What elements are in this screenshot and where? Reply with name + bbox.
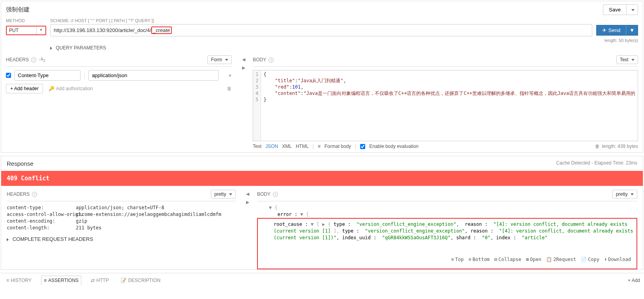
body-length: length: 439 bytes <box>602 144 638 149</box>
url-input[interactable]: http://139.196.183.130:9200/article/_doc… <box>50 24 592 36</box>
body-text-opt[interactable]: Text <box>253 144 261 149</box>
resp-headers-list: content-type:application/json; charset=U… <box>7 204 236 231</box>
method-label: METHOD <box>6 18 50 23</box>
key-icon: 🔑 <box>49 86 54 91</box>
query-params-toggle[interactable]: QUERY PARAMETERS <box>50 45 638 51</box>
add-authorization-link[interactable]: 🔑 Add authorization <box>49 86 93 91</box>
request-panel: 强制创建 Save METHOD SCHEME :// HOST [ ":" P… <box>1 1 643 153</box>
caret-right-icon <box>7 238 9 241</box>
collapse-left-icon[interactable]: ◀ <box>242 57 245 62</box>
bottom-tabs: ≡ HISTORY ≡ ASSERTIONS ⇄ HTTP 📝 DESCRIPT… <box>0 273 644 288</box>
resp-body-mode[interactable]: pretty <box>612 190 637 199</box>
headers-form-mode[interactable]: Form <box>207 55 231 64</box>
header-value-input[interactable] <box>88 70 219 81</box>
url-length: length: 50 byte(s) <box>6 38 638 43</box>
open-button[interactable]: ⊞ Open <box>526 256 541 263</box>
url-highlighted: _create <box>151 26 171 34</box>
response-title: Response <box>7 160 34 167</box>
scheme-label: SCHEME :// HOST [ ":" PORT ] [ PATH [ "?… <box>50 18 154 23</box>
request-button[interactable]: 📋 2Request <box>546 256 576 263</box>
send-label: Send <box>608 27 620 33</box>
format-body-link[interactable]: Format body <box>325 144 351 149</box>
response-note: Cache Detected - Elapsed Time: 23ms <box>556 160 637 167</box>
tab-description[interactable]: 📝 DESCRIPTION <box>118 276 163 285</box>
query-params-label: QUERY PARAMETERS <box>56 45 106 51</box>
header-name-input[interactable] <box>14 70 81 81</box>
tab-history[interactable]: ≡ HISTORY <box>4 276 34 285</box>
body-html-opt[interactable]: HTML <box>296 144 309 149</box>
column-separator: ◀ ▶ <box>240 190 255 269</box>
copy-button[interactable]: 📄 Copy <box>581 256 599 263</box>
status-bar: 409 Conflict <box>1 171 643 186</box>
trash-icon[interactable]: 🗑 <box>227 86 232 91</box>
download-button[interactable]: ⬇ Download <box>604 256 631 263</box>
body-column: BODY ? Text 12345 { "title":"Java从入门到精通"… <box>251 55 638 149</box>
resp-headers-mode[interactable]: pretty <box>211 190 236 199</box>
caret-right-icon <box>50 47 52 50</box>
body-title: BODY <box>253 57 266 62</box>
body-xml-opt[interactable]: XML <box>282 144 292 149</box>
body-code: { "title":"Java从入门到精通", "red":101, "cont… <box>261 70 638 141</box>
help-icon[interactable]: ? <box>32 192 37 197</box>
collapse-button[interactable]: ⊟ Collapse <box>494 256 521 263</box>
help-icon[interactable]: ? <box>273 192 278 197</box>
send-dropdown[interactable]: ▼ <box>626 25 638 35</box>
body-editor[interactable]: 12345 { "title":"Java从入门到精通", "red":101,… <box>253 70 638 141</box>
complete-request-toggle[interactable]: COMPLETE REQUEST HEADERS <box>7 236 236 242</box>
body-json-opt[interactable]: JSON <box>265 144 278 149</box>
json-view[interactable]: root_cause : ▼ [ ▶ { type : "version_con… <box>257 218 637 269</box>
header-item-row: : × <box>6 70 232 81</box>
send-icon: ✈ <box>602 27 606 33</box>
sort-icon[interactable]: ↓AZ <box>39 57 45 62</box>
help-icon[interactable]: ? <box>268 57 274 62</box>
body-mode-select[interactable]: Text <box>616 55 638 64</box>
remove-header-icon[interactable]: × <box>229 72 232 79</box>
response-body-column: BODY ? pretty ▼ { error : ▼ { root_cause… <box>255 190 637 269</box>
send-group: ✈ Send ▼ <box>596 25 638 36</box>
eval-label: Enable body evaluation <box>369 144 419 149</box>
response-panel: Response Cache Detected - Elapsed Time: … <box>1 156 643 270</box>
save-button[interactable]: Save <box>603 4 626 15</box>
add-header-button[interactable]: + Add header <box>6 84 43 93</box>
headers-title: HEADERS <box>6 57 29 62</box>
chevron-down-icon: ▼ <box>36 26 45 34</box>
top-button[interactable]: ⊙ Top <box>451 256 464 263</box>
method-value: PUT <box>7 26 36 34</box>
bottom-button[interactable]: ⊙ Bottom <box>469 256 490 263</box>
save-group: Save <box>603 4 638 15</box>
resp-body-title: BODY <box>257 191 270 197</box>
resp-headers-title: HEADERS <box>7 191 30 197</box>
align-icon: ≡ <box>318 144 321 149</box>
send-button[interactable]: ✈ Send <box>597 25 626 35</box>
json-top: ▼ { error : ▼ { <box>257 204 637 218</box>
header-enable-checkbox[interactable] <box>6 73 11 78</box>
url-text: http://139.196.183.130:9200/article/_doc… <box>54 27 151 33</box>
help-icon[interactable]: ? <box>31 57 36 62</box>
tab-add[interactable]: + Add <box>628 278 640 283</box>
save-dropdown[interactable] <box>626 4 638 15</box>
eval-checkbox[interactable] <box>360 144 365 149</box>
collapse-right-icon[interactable]: ▶ <box>246 200 249 205</box>
tab-http[interactable]: ⇄ HTTP <box>88 276 111 285</box>
line-gutter: 12345 <box>253 70 261 141</box>
colon: : <box>84 72 85 78</box>
column-separator: ◀ ▶ <box>236 55 251 149</box>
trash-icon[interactable]: 🗑 <box>595 144 600 149</box>
collapse-left-icon[interactable]: ◀ <box>246 191 249 197</box>
request-title: 强制创建 <box>6 6 30 13</box>
headers-column: HEADERS ? ↓AZ Form : × + Add header 🔑 <box>6 55 236 149</box>
response-headers-column: HEADERS ? pretty content-type:applicatio… <box>7 190 240 269</box>
collapse-right-icon[interactable]: ▶ <box>242 65 245 70</box>
tab-assertions[interactable]: ≡ ASSERTIONS <box>41 276 81 285</box>
method-select[interactable]: PUT ▼ <box>6 26 46 35</box>
response-actions: ⊙ Top ⊙ Bottom ⊟ Collapse ⊞ Open 📋 2Requ… <box>449 255 633 265</box>
